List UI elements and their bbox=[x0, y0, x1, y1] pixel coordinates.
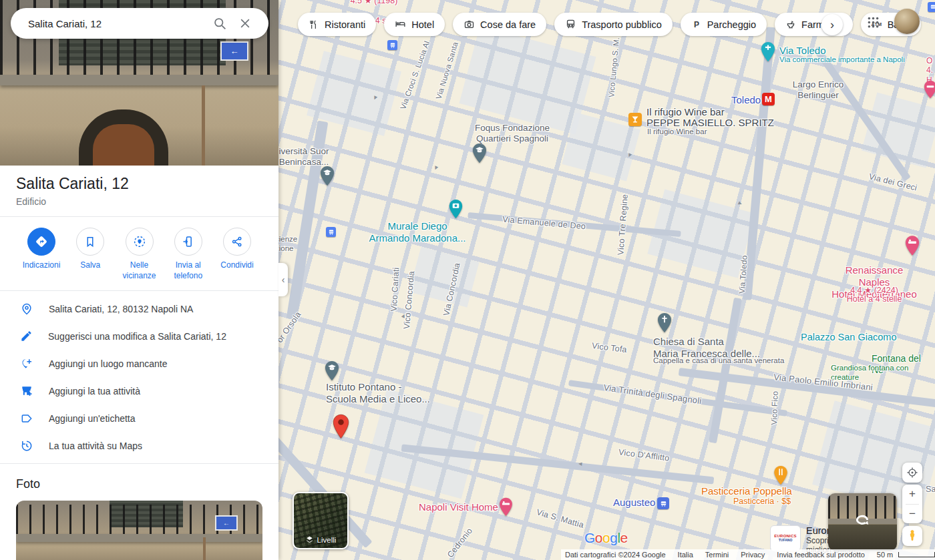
map-label-via-toledo-sub: Via commerciale importante a Napoli bbox=[779, 55, 905, 65]
photo-balcony bbox=[16, 534, 262, 542]
bus-stop-icon[interactable] bbox=[326, 227, 336, 237]
avatar[interactable] bbox=[894, 9, 920, 34]
add-place-row[interactable]: Aggiungi un luogo mancante bbox=[0, 350, 278, 377]
link-feedback[interactable]: Invia feedback sul prodotto bbox=[777, 551, 864, 559]
map-label-renaissance-cat: Hotel a 4 stelle bbox=[830, 294, 918, 304]
zoom-out-button[interactable]: − bbox=[902, 505, 922, 524]
attraction-pin-icon[interactable] bbox=[761, 41, 775, 65]
send-to-phone-button[interactable]: Invia al telefono bbox=[164, 228, 212, 281]
action-bar: Indicazioni Salva Nelle vicinanze Invia … bbox=[0, 217, 278, 290]
hotel-icon bbox=[395, 19, 406, 30]
page-title: Salita Cariati, 12 bbox=[16, 175, 262, 193]
photos-heading: Foto bbox=[0, 464, 278, 501]
action-label: Condividi bbox=[220, 260, 253, 271]
pegman-button[interactable] bbox=[902, 526, 922, 546]
school-pin-icon[interactable] bbox=[325, 360, 339, 384]
camera-icon bbox=[463, 19, 475, 30]
label-tag-icon bbox=[20, 412, 33, 425]
funicular-icon[interactable] bbox=[657, 497, 669, 509]
streetview-preview[interactable] bbox=[828, 493, 897, 551]
chip-cose-da-fare[interactable]: Cose da fare bbox=[453, 13, 546, 36]
map-label-toledo-station[interactable]: Toledo bbox=[731, 94, 761, 106]
chip-trasporto-pubblico[interactable]: Trasporto pubblico bbox=[554, 13, 673, 36]
add-label-text: Aggiungi un'etichetta bbox=[49, 413, 136, 424]
chip-label: Parcheggio bbox=[707, 19, 756, 30]
place-hero-photo[interactable]: ← bbox=[0, 0, 278, 166]
bookmark-icon bbox=[76, 228, 104, 256]
my-location-button[interactable] bbox=[902, 463, 922, 483]
photo-door bbox=[79, 109, 168, 166]
oneway-arrow: ▲ bbox=[576, 461, 584, 467]
zoom-controls: + − bbox=[902, 485, 922, 523]
map-label-napoli-visit[interactable]: Napoli Visit Home bbox=[419, 501, 498, 513]
hotel-pin-icon bbox=[924, 80, 935, 101]
map-label-chiesa-sub: Cappella e casa di una santa venerata bbox=[653, 356, 784, 366]
chip-label: Cose da fare bbox=[480, 19, 536, 30]
restaurant-icon bbox=[309, 19, 319, 30]
address-row[interactable]: Salita Cariati, 12, 80132 Napoli NA bbox=[0, 295, 278, 322]
apps-grid-icon[interactable] bbox=[866, 15, 880, 32]
map-label-pasticceria[interactable]: Pasticceria Poppella bbox=[701, 485, 792, 497]
link-termini[interactable]: Termini bbox=[705, 551, 729, 559]
photo-spot-pin-icon[interactable] bbox=[449, 199, 463, 222]
link-privacy[interactable]: Privacy bbox=[741, 551, 765, 559]
send-to-phone-icon bbox=[174, 228, 202, 256]
link-italia[interactable]: Italia bbox=[678, 551, 693, 559]
pharmacy-icon bbox=[785, 19, 796, 30]
place-pin-icon bbox=[20, 302, 33, 316]
bar-icon[interactable] bbox=[628, 113, 642, 126]
search-input[interactable] bbox=[27, 17, 207, 30]
history-clock-icon bbox=[20, 439, 33, 453]
suggest-edit-text: Suggerisci una modifica a Salita Cariati… bbox=[48, 331, 226, 342]
map-label-universita: iversità Suor Benincasa... bbox=[270, 146, 337, 168]
suggest-edit-row[interactable]: Suggerisci una modifica a Salita Cariati… bbox=[0, 322, 278, 350]
scale-text: 50 m bbox=[877, 551, 893, 559]
save-button[interactable]: Salva bbox=[66, 228, 114, 281]
chips-more-button[interactable]: › bbox=[821, 14, 843, 35]
search-box[interactable] bbox=[11, 8, 268, 39]
hotel-pin-icon[interactable] bbox=[905, 235, 920, 259]
euronics-logo: EURONICSTUFANO bbox=[770, 525, 801, 551]
share-button[interactable]: Condividi bbox=[213, 228, 261, 281]
map-label-murale[interactable]: Murale Diego Armando Maradona... bbox=[367, 220, 467, 244]
restaurant-pin-icon[interactable] bbox=[773, 465, 788, 488]
sidebar-collapse-button[interactable]: ‹ bbox=[278, 263, 288, 296]
add-label-row[interactable]: Aggiungi un'etichetta bbox=[0, 404, 278, 432]
chip-ristoranti[interactable]: Ristoranti bbox=[298, 13, 376, 36]
storefront-icon bbox=[20, 384, 33, 398]
bus-stop-icon bbox=[928, 2, 935, 12]
photo-pipe bbox=[202, 85, 205, 166]
nearby-button[interactable]: Nelle vicinanze bbox=[116, 228, 164, 281]
locate-icon bbox=[906, 467, 918, 479]
map-label-augusteo[interactable]: Augusteo bbox=[613, 497, 655, 509]
action-label: Salva bbox=[80, 260, 100, 271]
destination-marker-icon[interactable] bbox=[333, 414, 349, 442]
share-icon bbox=[223, 228, 251, 256]
google-logo: Google bbox=[584, 530, 628, 546]
maps-activity-row[interactable]: La tua attività su Maps bbox=[0, 432, 278, 459]
search-icon[interactable] bbox=[207, 17, 232, 31]
chip-parcheggio[interactable]: P Parcheggio bbox=[681, 13, 767, 36]
school-pin-icon[interactable] bbox=[320, 166, 335, 189]
church-pin-icon[interactable] bbox=[657, 312, 672, 336]
metro-icon[interactable]: M bbox=[762, 93, 775, 105]
add-business-row[interactable]: Aggiungi la tua attività bbox=[0, 377, 278, 404]
chip-hotel[interactable]: Hotel bbox=[384, 13, 445, 36]
map-label-istituto[interactable]: Istituto Pontano - Scuola Media e Liceo.… bbox=[326, 381, 430, 405]
zoom-in-button[interactable]: + bbox=[902, 485, 922, 504]
close-icon[interactable] bbox=[232, 17, 258, 30]
action-label: Invia al telefono bbox=[164, 260, 212, 281]
map-label-palazzo[interactable]: Palazzo San Giacomo bbox=[801, 332, 896, 343]
rotate-view-icon[interactable] bbox=[854, 513, 871, 531]
photo-thumbnail[interactable]: ← bbox=[16, 501, 262, 560]
bus-stop-icon[interactable] bbox=[387, 40, 397, 50]
directions-button[interactable]: Indicazioni bbox=[17, 228, 65, 281]
school-pin-icon[interactable] bbox=[472, 143, 487, 166]
hotel-pin-icon[interactable] bbox=[499, 497, 513, 519]
map-label-foqus[interactable]: Foqus Fondazione Quartieri Spagnoli bbox=[469, 123, 556, 144]
street-sa-partial: Sa bbox=[926, 485, 935, 495]
pencil-icon bbox=[20, 330, 33, 342]
chip-label: Ristoranti bbox=[325, 19, 365, 30]
directions-icon bbox=[27, 228, 55, 256]
layers-button[interactable]: Livelli bbox=[293, 492, 349, 549]
